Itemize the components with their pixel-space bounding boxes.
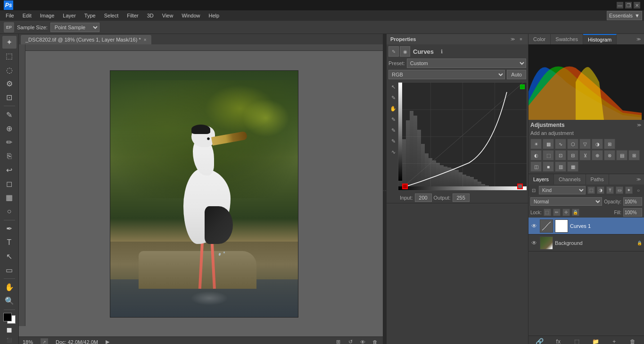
histogram-panel-expand[interactable]: ≫: [635, 35, 642, 43]
menu-type[interactable]: Type: [81, 12, 99, 19]
histogram-tab[interactable]: Histogram: [583, 34, 617, 44]
pattern-fill-icon[interactable]: ▦: [567, 161, 578, 172]
workspace-selector[interactable]: Essentials ▼: [607, 11, 642, 20]
link-layers-button[interactable]: 🔗: [536, 337, 544, 344]
color-lookup-icon[interactable]: ⊟: [567, 150, 578, 160]
lock-pixel-icon[interactable]: ✏: [553, 209, 561, 216]
blend-mode-select[interactable]: Normal Multiply Screen Overlay: [530, 197, 602, 206]
shape-layer-filter[interactable]: ▭: [616, 186, 623, 194]
zoom-tool[interactable]: 🔍: [2, 294, 17, 307]
solid-color-icon[interactable]: ■: [543, 161, 554, 172]
eyedropper-tool[interactable]: ✎: [2, 108, 17, 121]
menu-layer[interactable]: Layer: [59, 12, 80, 19]
menu-file[interactable]: File: [2, 12, 18, 19]
threshold-icon[interactable]: ⊗: [604, 150, 615, 160]
path-select-tool[interactable]: ↖: [2, 250, 17, 262]
vibrance-icon[interactable]: ▽: [579, 139, 591, 149]
opacity-input[interactable]: [623, 197, 642, 206]
menu-view[interactable]: View: [158, 12, 177, 19]
properties-panel-menu[interactable]: ≡: [518, 36, 524, 42]
layers-panel-expand[interactable]: ≫: [635, 176, 642, 183]
dodge-tool[interactable]: ○: [2, 205, 17, 218]
smart-object-filter[interactable]: ✦: [625, 186, 633, 194]
invert-icon[interactable]: ⊻: [579, 150, 591, 160]
channel-mixer-icon[interactable]: ⊡: [555, 150, 566, 160]
edit-adjustment-icon[interactable]: ✎: [388, 46, 399, 57]
rotate-button[interactable]: ↺: [346, 338, 355, 344]
shadows-icon[interactable]: ◫: [530, 161, 542, 172]
move-tool[interactable]: ✦: [2, 36, 17, 49]
trash-button[interactable]: 🗑: [371, 338, 379, 344]
eyedropper-highlight-icon[interactable]: ✎: [388, 136, 398, 146]
panel-divider[interactable]: ⋮: [383, 34, 387, 344]
gradient-tool[interactable]: ▦: [2, 191, 17, 204]
filter-toggle[interactable]: ○: [635, 186, 642, 194]
eraser-tool[interactable]: ◻: [2, 177, 17, 190]
menu-select[interactable]: Select: [100, 12, 123, 19]
stamp-tool[interactable]: ⎘: [2, 150, 17, 162]
bw-icon[interactable]: ◐: [530, 150, 542, 160]
marquee-tool[interactable]: ⬚: [2, 50, 17, 62]
curves-white-point-slider[interactable]: [517, 184, 523, 189]
window-controls[interactable]: — ❐ ✕: [617, 2, 640, 8]
auto-button[interactable]: Auto: [507, 70, 526, 79]
layer-item-curves1[interactable]: 👁 Curves 1: [528, 218, 644, 235]
curve-smooth-icon[interactable]: ∿: [388, 147, 398, 157]
fx-button[interactable]: fx: [554, 337, 562, 344]
restore-button[interactable]: ❐: [625, 2, 632, 8]
document-tab[interactable]: _DSC8202.tif @ 18% (Curves 1, Layer Mask…: [21, 35, 151, 44]
levels-icon[interactable]: ▦: [543, 139, 554, 149]
hand-curve-icon[interactable]: ✋: [388, 104, 398, 113]
menu-image[interactable]: Image: [36, 12, 58, 19]
sample-size-select[interactable]: Point Sample 3 by 3 Average 5 by 5 Avera…: [50, 23, 99, 32]
color-balance-icon[interactable]: ⊞: [604, 139, 615, 149]
adjustments-expand[interactable]: ≫: [636, 122, 642, 128]
minimize-button[interactable]: —: [617, 2, 623, 8]
foreground-background-colors[interactable]: [2, 312, 17, 325]
properties-panel-expand[interactable]: ≫: [509, 36, 516, 42]
preset-select[interactable]: Custom Linear Medium Contrast: [407, 59, 526, 68]
curves-graph[interactable]: [398, 82, 527, 191]
menu-filter[interactable]: Filter: [123, 12, 142, 19]
pencil-tool-icon[interactable]: ✎: [388, 93, 398, 102]
layer-item-background[interactable]: 👁 Background 🔒: [528, 235, 644, 252]
mask-icon[interactable]: ◉: [400, 46, 410, 57]
channel-select[interactable]: RGB Red Green Blue: [388, 70, 505, 79]
menu-edit[interactable]: Edit: [19, 12, 35, 19]
gradient-fill-icon[interactable]: ▥: [555, 161, 566, 172]
output-value[interactable]: [453, 193, 470, 202]
close-button[interactable]: ✕: [634, 2, 640, 8]
delete-layer-button[interactable]: 🗑: [628, 337, 637, 344]
hsl-icon[interactable]: ◑: [592, 139, 603, 149]
eye-button[interactable]: 👁: [358, 338, 367, 344]
type-tool[interactable]: T: [2, 236, 17, 249]
brightness-icon[interactable]: ☀: [530, 139, 542, 149]
add-mask-button[interactable]: ⬚: [573, 337, 581, 344]
quick-mask-toggle[interactable]: ⬜: [2, 326, 17, 335]
foreground-color[interactable]: [3, 313, 12, 321]
layers-tab[interactable]: Layers: [528, 174, 554, 185]
history-brush-tool[interactable]: ↩: [2, 164, 17, 176]
healing-tool[interactable]: ⊕: [2, 122, 17, 135]
layer-vis-background[interactable]: 👁: [530, 239, 538, 247]
type-layer-filter[interactable]: T: [606, 186, 614, 194]
adjust-layer-filter[interactable]: ◑: [597, 186, 604, 194]
crop-tool[interactable]: ⊡: [2, 91, 17, 104]
pen-tool[interactable]: ✒: [2, 222, 17, 235]
curves-black-point-slider[interactable]: [402, 184, 408, 189]
hand-tool[interactable]: ✋: [2, 281, 17, 294]
photo-canvas[interactable]: [110, 70, 298, 318]
kind-select[interactable]: Kind Name Effect Mode Attribute Color: [539, 186, 586, 194]
lasso-tool[interactable]: ◌: [2, 64, 17, 76]
curve-highlight-point[interactable]: [520, 84, 525, 89]
lock-position-icon[interactable]: ✛: [562, 209, 570, 216]
menu-3d[interactable]: 3D: [143, 12, 157, 19]
eyedropper-shadow-icon[interactable]: ✎: [388, 115, 398, 124]
menu-help[interactable]: Help: [205, 12, 223, 19]
brush-tool[interactable]: ✏: [2, 136, 17, 149]
curves-icon[interactable]: ∿: [555, 139, 566, 149]
arrange-button[interactable]: ⊞: [334, 338, 342, 344]
shape-tool[interactable]: ▭: [2, 264, 17, 277]
pixel-layer-filter[interactable]: ⬚: [587, 186, 595, 194]
input-value[interactable]: [415, 193, 432, 202]
